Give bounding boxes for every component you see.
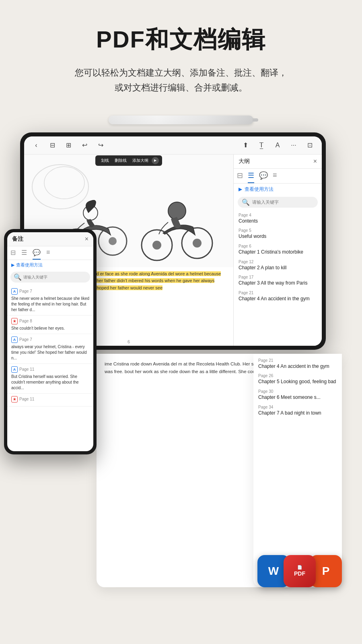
share-button[interactable]: ⬆ xyxy=(240,140,251,151)
grid-view-button[interactable]: ⊞ xyxy=(63,140,74,151)
lower-outline-page-21: Page 21 xyxy=(258,358,337,363)
outline-tabs: ⊟ ☰ 💬 ≡ xyxy=(234,169,322,184)
lower-outline-label-ch7: Chapter 7 A bad night in town xyxy=(258,410,337,417)
outline-item-ch3[interactable]: Page 17 Chapter 3 All the way from Paris xyxy=(234,273,322,289)
note-item-1: A Page 7 She never wore a helmet because… xyxy=(7,286,93,316)
note-page-1: A Page 7 xyxy=(11,288,89,295)
outline-search-input[interactable] xyxy=(252,200,314,204)
redo-button[interactable]: ↪ xyxy=(95,140,106,151)
header-section: PDF和文档编辑 您可以轻松为文档建立大纲、添加备注、批注、翻译，或对文档进行编… xyxy=(0,0,362,107)
sidebar-toggle-button[interactable]: ⊟ xyxy=(47,140,58,151)
note-text-4: But Cristina herself was worried. She co… xyxy=(11,374,89,391)
phone-title: 备注 xyxy=(12,235,23,243)
phone-tab-settings[interactable]: ≡ xyxy=(46,249,50,260)
ppt-icon-label: P xyxy=(322,565,330,578)
note-item-4: A Page 11 But Cristina herself was worri… xyxy=(7,364,93,394)
note-pagenum-4: Page 11 xyxy=(19,367,34,372)
outline-items-list: Page 4 Contents Page 5 Useful words Page… xyxy=(234,209,322,346)
outline-page-6: Page 6 xyxy=(239,244,317,248)
outline-page-21: Page 21 xyxy=(239,291,317,295)
outline-item-useful-words[interactable]: Page 5 Useful words xyxy=(234,226,322,242)
outline-item-ch1[interactable]: Page 6 Chapter 1 Cristina's motorbike xyxy=(234,242,322,258)
note-item-3: A Page 7 always wear your helmet, Cristi… xyxy=(7,334,93,364)
svg-point-6 xyxy=(109,237,117,245)
lower-outline-label-ch6: Chapter 6 Meet someone s... xyxy=(258,394,337,401)
phone-search-icon: 🔍 xyxy=(14,273,22,281)
outline-close-button[interactable]: × xyxy=(313,158,317,165)
main-title: PDF和文档编辑 xyxy=(32,24,330,56)
undo-button[interactable]: ↩ xyxy=(79,140,90,151)
phone-device: 备注 × ⊟ ☰ 💬 ≡ ▶ 查看使用方法 🔍 A xyxy=(4,229,97,454)
outline-tab-list[interactable]: ☰ xyxy=(248,171,254,183)
phone-close-button[interactable]: × xyxy=(85,235,88,243)
note-page-5: ★ Page 11 xyxy=(11,396,89,402)
subtitle: 您可以轻松为文档建立大纲、添加备注、批注、翻译，或对文档进行编辑、合并或删减。 xyxy=(32,65,330,95)
note-text-3: always wear your helmet, Cristina - ever… xyxy=(11,344,89,361)
outline-item-ch2[interactable]: Page 12 Chapter 2 A plan to kill xyxy=(234,258,322,273)
back-button[interactable]: ‹ xyxy=(31,140,42,151)
outline-search-box[interactable]: 🔍 xyxy=(238,197,318,208)
lower-outline-item-ch6[interactable]: Page 30 Chapter 6 Meet someone s... xyxy=(253,387,342,403)
outline-label-ch3: Chapter 3 All the way from Paris xyxy=(239,280,317,287)
note-page-2: ★ Page 8 xyxy=(11,318,89,324)
note-icon-3: A xyxy=(11,336,18,343)
svg-point-11 xyxy=(193,239,202,248)
outline-toggle-button[interactable]: ⊡ xyxy=(304,140,315,151)
strikethrough-button[interactable]: 删除线 xyxy=(112,157,129,164)
add-outline-button[interactable]: 添加大纲 xyxy=(130,157,151,164)
outline-header: 大纲 × xyxy=(234,155,322,169)
phone-tab-comment[interactable]: 💬 xyxy=(33,249,41,260)
lower-outline-item-ch7[interactable]: Page 34 Chapter 7 A bad night in town xyxy=(253,403,342,419)
play-button[interactable]: ▶ xyxy=(152,157,159,164)
doc-overlay-toolbar: 划线 删除线 添加大纲 ▶ xyxy=(95,155,162,166)
note-item-2: ★ Page 8 She couldn't believe her eyes. xyxy=(7,316,93,334)
lower-outline-label-ch5: Chapter 5 Looking good, feeling bad xyxy=(258,379,337,385)
note-pagenum-3: Page 7 xyxy=(19,337,32,342)
pdf-icon-label: PDF xyxy=(294,570,305,577)
note-text-2: She couldn't believe her eyes. xyxy=(11,326,89,331)
pdf-icon-content: 📄 PDF xyxy=(294,565,305,577)
phone-tab-bookmark[interactable]: ⊟ xyxy=(10,249,16,260)
play-icon: ▶ xyxy=(239,186,242,192)
devices-container: ‹ ⊟ ⊞ ↩ ↪ ⬆ T̲ A ··· ⊡ xyxy=(0,120,362,595)
outline-page-5: Page 5 xyxy=(239,228,317,233)
lower-outline-item-ch4[interactable]: Page 21 Chapter 4 An accident in the gym xyxy=(253,356,342,372)
phone-tab-list[interactable]: ☰ xyxy=(21,249,27,260)
phone-tabs: ⊟ ☰ 💬 ≡ xyxy=(7,246,93,260)
phone-screen: 备注 × ⊟ ☰ 💬 ≡ ▶ 查看使用方法 🔍 A xyxy=(7,232,93,451)
outline-tab-comment[interactable]: 💬 xyxy=(259,171,268,183)
outline-help-link[interactable]: ▶ 查看使用方法 xyxy=(234,184,322,195)
outline-item-contents[interactable]: Page 4 Contents xyxy=(234,211,322,227)
lower-outline-page-30: Page 30 xyxy=(258,389,337,394)
phone-search-input[interactable] xyxy=(23,275,87,279)
text-tool-button[interactable]: T̲ xyxy=(256,140,267,151)
app-icons-group: W 📄 PDF P xyxy=(257,555,342,587)
outline-lower-panel: Page 21 Chapter 4 An accident in the gym… xyxy=(253,354,342,587)
phone-play-icon: ▶ xyxy=(11,262,14,268)
page-number: 6 xyxy=(126,338,132,346)
word-icon-label: W xyxy=(268,565,279,578)
phone-search-box[interactable]: 🔍 xyxy=(10,272,90,283)
phone-help-text: 查看使用方法 xyxy=(16,262,43,268)
note-pagenum-2: Page 8 xyxy=(19,319,32,323)
lower-outline-label-ch4: Chapter 4 An accident in the gym xyxy=(258,363,337,370)
annotation-button[interactable]: A xyxy=(272,140,283,151)
note-pagenum-1: Page 7 xyxy=(19,289,32,293)
svg-point-9 xyxy=(152,241,161,250)
search-icon: 🔍 xyxy=(242,198,250,206)
more-options-button[interactable]: ··· xyxy=(288,140,299,151)
note-icon-5: ★ xyxy=(11,396,18,402)
outline-tab-bookmark[interactable]: ⊟ xyxy=(237,171,243,183)
lower-outline-page-34: Page 34 xyxy=(258,405,337,409)
outline-label-contents: Contents xyxy=(239,218,317,225)
outline-tab-settings[interactable]: ≡ xyxy=(273,171,277,183)
outline-page-4: Page 4 xyxy=(239,213,317,217)
outline-item-ch4[interactable]: Page 21 Chapter 4 An accident in the gym xyxy=(234,289,322,304)
lower-outline-item-ch5[interactable]: Page 26 Chapter 5 Looking good, feeling … xyxy=(253,372,342,387)
outline-panel-title: 大纲 xyxy=(239,158,250,165)
pdf-app-icon[interactable]: 📄 PDF xyxy=(284,555,316,587)
underline-button[interactable]: 划线 xyxy=(99,157,111,164)
phone-help-link[interactable]: ▶ 查看使用方法 xyxy=(7,260,93,270)
lower-outline-page-26: Page 26 xyxy=(258,374,337,378)
tablet-toolbar: ‹ ⊟ ⊞ ↩ ↪ ⬆ T̲ A ··· ⊡ xyxy=(24,136,322,155)
